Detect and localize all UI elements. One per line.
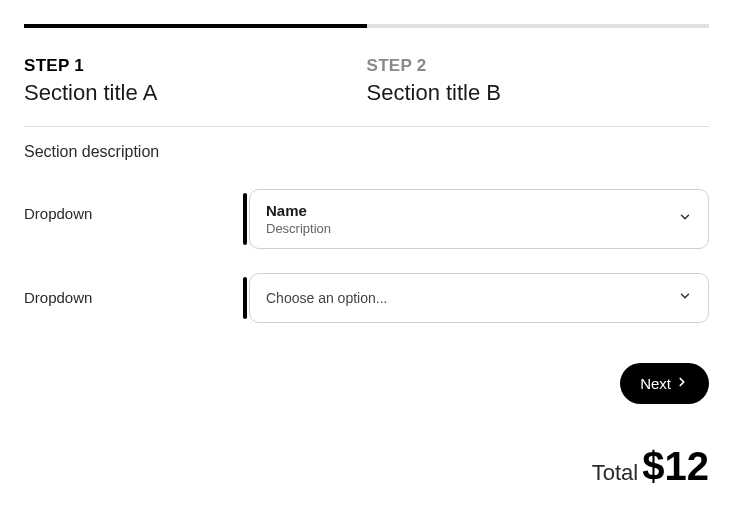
- dropdown-2[interactable]: Choose an option...: [249, 273, 709, 323]
- field-label-2: Dropdown: [24, 273, 249, 306]
- dropdown-wrap-2: Choose an option...: [249, 273, 709, 323]
- dropdown-2-placeholder: Choose an option...: [266, 290, 664, 306]
- next-button-label: Next: [640, 375, 671, 392]
- dropdown-wrap-1: Name Description: [249, 189, 709, 249]
- step-bar-2: [367, 24, 710, 28]
- total-value: $12: [642, 444, 709, 489]
- total-row: Total $12: [24, 444, 709, 489]
- chevron-down-icon: [678, 289, 692, 307]
- next-button[interactable]: Next: [620, 363, 709, 404]
- steps-progress-bar: [24, 24, 709, 28]
- step-title-2: Section title B: [367, 80, 710, 106]
- step-header-2[interactable]: STEP 2 Section title B: [367, 56, 710, 106]
- section-description: Section description: [24, 143, 709, 161]
- step-title-1: Section title A: [24, 80, 367, 106]
- step-bar-1: [24, 24, 367, 28]
- chevron-right-icon: [675, 375, 689, 392]
- form-wizard: STEP 1 Section title A STEP 2 Section ti…: [0, 0, 733, 509]
- dropdown-1[interactable]: Name Description: [249, 189, 709, 249]
- field-label-1: Dropdown: [24, 189, 249, 222]
- dropdown-accent-1: [243, 193, 247, 245]
- step-header-1[interactable]: STEP 1 Section title A: [24, 56, 367, 106]
- dropdown-accent-2: [243, 277, 247, 319]
- actions-row: Next: [24, 363, 709, 404]
- steps-labels: STEP 1 Section title A STEP 2 Section ti…: [24, 56, 709, 106]
- form-row-1: Dropdown Name Description: [24, 189, 709, 249]
- dropdown-1-name: Name: [266, 202, 664, 219]
- step-number-2: STEP 2: [367, 56, 710, 76]
- chevron-down-icon: [678, 210, 692, 228]
- form-row-2: Dropdown Choose an option...: [24, 273, 709, 323]
- divider: [24, 126, 709, 127]
- total-label: Total: [592, 460, 638, 486]
- dropdown-1-desc: Description: [266, 221, 664, 236]
- step-number-1: STEP 1: [24, 56, 367, 76]
